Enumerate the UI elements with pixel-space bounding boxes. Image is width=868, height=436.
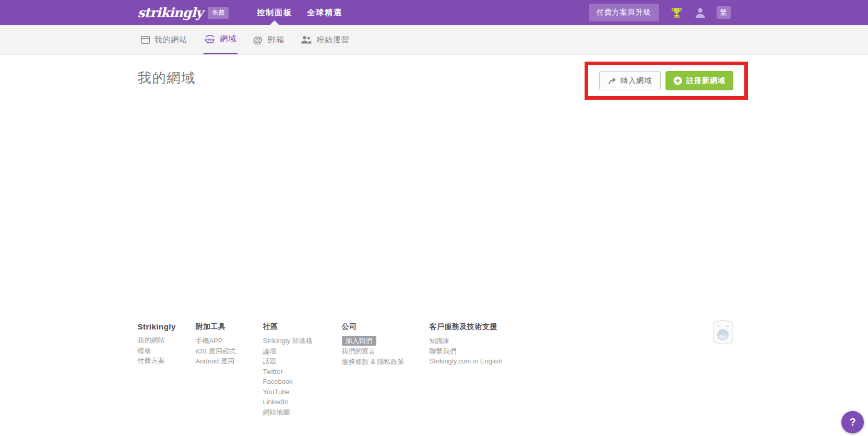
footer-column-header: Strikingly [138, 322, 196, 331]
strikingly-logo[interactable]: strikingly [138, 5, 203, 20]
transfer-arrow-icon [608, 77, 616, 85]
footer-link[interactable]: 付費方案 [138, 356, 196, 366]
tab-email[interactable]: @ 郵箱 [253, 25, 286, 54]
footer-link[interactable]: 服務條款 & 隱私政策 [342, 357, 430, 367]
nav-item-discover[interactable]: 全球精選 [300, 0, 350, 25]
footer-column-community: 社區 Strikingly 部落格論壇話題TwitterFacebookYouT… [263, 322, 342, 417]
nav-item-dashboard-label: 控制面板 [257, 8, 292, 18]
tab-domains[interactable]: www 網域 [204, 25, 237, 54]
dashboard-tabbar: 我的網站 www 網域 @ 郵箱 粉絲運營 [0, 25, 868, 55]
footer-link[interactable]: 我們的宣言 [342, 346, 430, 357]
tab-audience[interactable]: 粉絲運營 [300, 25, 350, 54]
tab-email-label: 郵箱 [268, 35, 284, 45]
svg-text:www: www [204, 37, 215, 41]
strikingly-dashboard-page: { "navbar": { "logo": "strikingly", "fre… [0, 0, 868, 436]
footer-link[interactable]: LinkedIn [263, 397, 342, 407]
tab-my-sites[interactable]: 我的網站 [140, 25, 188, 54]
footer-link[interactable]: 加入我們 [342, 336, 376, 346]
footer-link[interactable]: Strikingly.com in English [430, 356, 503, 367]
page-footer: Strikingly 我的網站模板付費方案 附加工具 手機APPiOS 應用程式… [0, 312, 868, 417]
www-globe-icon: www [204, 34, 216, 44]
footer-link[interactable]: 我的網站 [138, 335, 196, 346]
transfer-domain-label: 轉入網域 [621, 76, 652, 86]
footer-link[interactable]: 話題 [263, 356, 342, 367]
footer-link[interactable]: 模板 [138, 346, 196, 356]
language-badge[interactable]: 繁 [717, 6, 731, 19]
footer-link[interactable]: Twitter [263, 367, 342, 377]
footer-column-addons: 附加工具 手機APPiOS 應用程式Android 應用 [196, 322, 263, 417]
tab-my-sites-label: 我的網站 [154, 35, 188, 45]
red-annotation-box: 轉入網域 註冊新網域 [585, 62, 748, 100]
footer-column-header: 客戶服務及技術支援 [430, 322, 503, 332]
help-button[interactable]: ? [841, 411, 864, 433]
free-plan-badge: 免費 [208, 7, 229, 19]
top-navbar: strikingly 免費 控制面板 全球精選 付費方案與升級 [0, 0, 868, 25]
plus-circle-icon [673, 76, 682, 85]
primary-nav: 控制面板 全球精選 [249, 0, 350, 25]
footer-link[interactable]: 知識庫 [430, 336, 503, 346]
footer-link[interactable]: Strikingly 部落格 [263, 336, 342, 346]
footer-link[interactable]: YouTube [263, 387, 342, 397]
footer-link[interactable]: 論壇 [263, 346, 342, 357]
nav-item-dashboard[interactable]: 控制面板 [249, 0, 300, 25]
upgrade-plan-button[interactable]: 付費方案與升級 [589, 4, 659, 21]
footer-column-company: 公司 加入我們我們的宣言服務條款 & 隱私政策 [342, 322, 430, 417]
footer-column-header: 附加工具 [196, 322, 263, 332]
active-nav-pointer [270, 20, 279, 25]
navbar-right-group: 付費方案與升級 繁 [589, 4, 731, 21]
trophy-icon[interactable] [671, 7, 683, 18]
account-avatar-icon[interactable] [694, 7, 706, 18]
footer-link[interactable]: Android 應用 [196, 356, 263, 367]
footer-column-header: 公司 [342, 322, 430, 332]
nav-item-discover-label: 全球精選 [307, 8, 342, 18]
register-domain-button[interactable]: 註冊新網域 [665, 71, 733, 90]
transfer-domain-button[interactable]: 轉入網域 [599, 71, 661, 90]
footer-link[interactable]: Facebook [263, 376, 342, 387]
register-domain-label: 註冊新網域 [686, 76, 726, 86]
footer-link[interactable]: iOS 應用程式 [196, 346, 263, 357]
people-icon [301, 36, 312, 44]
seal-stamp-icon [710, 317, 735, 348]
at-sign-icon: @ [253, 35, 264, 45]
footer-column-support: 客戶服務及技術支援 知識庫聯繫我們Strikingly.com in Engli… [430, 322, 503, 417]
tab-audience-label: 粉絲運營 [316, 35, 350, 45]
footer-column-header: 社區 [263, 322, 342, 332]
footer-column-strikingly: Strikingly 我的網站模板付費方案 [138, 322, 196, 417]
footer-link[interactable]: 手機APP [196, 336, 263, 346]
footer-link[interactable]: 聯繫我們 [430, 346, 503, 357]
tab-domains-label: 網域 [220, 34, 237, 44]
browser-window-icon [141, 36, 150, 44]
footer-link[interactable]: 網站地圖 [263, 407, 342, 418]
footer-columns: Strikingly 我的網站模板付費方案 附加工具 手機APPiOS 應用程式… [138, 322, 731, 417]
